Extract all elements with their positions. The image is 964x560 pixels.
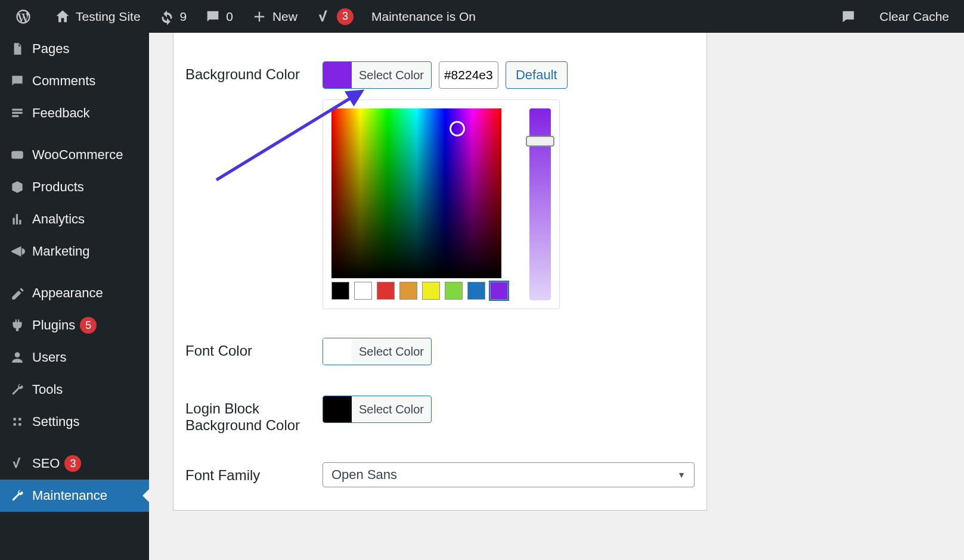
sidebar-item-label: Feedback [32, 105, 90, 121]
color-picker-slider[interactable] [529, 108, 551, 300]
analytics-icon [8, 211, 26, 227]
font-family-value: Open Sans [331, 467, 397, 483]
color-picker-square[interactable] [331, 108, 501, 278]
sidebar-item-maintenance[interactable]: Maintenance [0, 480, 149, 512]
products-icon [8, 179, 26, 195]
color-picker-popup [323, 99, 560, 309]
sidebar-item-label: Marketing [32, 244, 90, 259]
maintenance-status-label: Maintenance is On [371, 10, 476, 24]
sidebar-item-appearance[interactable]: Appearance [0, 277, 149, 309]
yoast-icon [315, 8, 332, 25]
maintenance-icon [8, 488, 26, 503]
background-color-hex-input[interactable] [439, 61, 498, 89]
seo-count-badge: 3 [64, 455, 81, 472]
preset-blue[interactable] [467, 282, 485, 300]
wordpress-logo[interactable] [6, 0, 45, 33]
clear-cache-link[interactable]: Clear Cache [870, 0, 958, 33]
sidebar-item-marketing[interactable]: Marketing [0, 235, 149, 267]
sidebar-item-users[interactable]: Users [0, 341, 149, 374]
wordpress-icon [15, 8, 32, 25]
sidebar-item-label: Tools [32, 382, 63, 397]
background-color-swatch [323, 62, 352, 88]
sidebar-item-label: WooCommerce [32, 147, 123, 163]
sidebar-item-analytics[interactable]: Analytics [0, 203, 149, 235]
font-color-swatch [323, 338, 352, 365]
notifications-link[interactable] [831, 0, 870, 33]
field-label-login-block-bg: Login Block Background Color [185, 384, 323, 450]
field-label-font-family: Font Family [185, 450, 323, 504]
marketing-icon [8, 244, 26, 259]
sidebar-item-label: Comments [32, 73, 95, 89]
tools-icon [8, 382, 26, 397]
sidebar-item-products[interactable]: Products [0, 171, 149, 203]
sidebar-item-label: Users [32, 350, 66, 365]
login-block-bg-select-button[interactable]: Select Color [323, 396, 432, 423]
comments-icon [8, 73, 26, 89]
font-family-select[interactable]: Open Sans ▼ [323, 462, 695, 487]
sidebar-item-label: Analytics [32, 211, 85, 227]
sidebar-separator [0, 438, 149, 447]
font-color-select-button[interactable]: Select Color [323, 338, 432, 365]
background-color-select-button[interactable]: Select Color [323, 61, 432, 89]
sidebar-separator [0, 267, 149, 277]
sidebar-item-settings[interactable]: Settings [0, 406, 149, 438]
color-picker-cursor [450, 121, 465, 136]
field-label-font-color: Font Color [185, 326, 323, 384]
preset-purple[interactable] [490, 282, 508, 300]
preset-white[interactable] [354, 282, 372, 300]
woocommerce-icon [8, 147, 26, 163]
preset-black[interactable] [331, 282, 349, 300]
chevron-down-icon: ▼ [677, 470, 686, 480]
chat-icon [840, 8, 857, 25]
preset-yellow[interactable] [422, 282, 440, 300]
sidebar-item-comments[interactable]: Comments [0, 65, 149, 97]
select-color-label: Select Color [352, 62, 431, 88]
yoast-link[interactable]: 3 [306, 0, 362, 33]
plugins-icon [8, 318, 26, 333]
sidebar-item-label: Products [32, 179, 84, 195]
sidebar-item-woocommerce[interactable]: WooCommerce [0, 139, 149, 171]
sidebar-item-label: Maintenance [32, 488, 107, 503]
pages-icon [8, 41, 26, 57]
sidebar-item-plugins[interactable]: Plugins 5 [0, 309, 149, 341]
settings-icon [8, 414, 26, 430]
maintenance-status-link[interactable]: Maintenance is On [362, 0, 485, 33]
comments-link[interactable]: 0 [196, 0, 242, 33]
site-title-link[interactable]: Testing Site [45, 0, 150, 33]
preset-green[interactable] [445, 282, 463, 300]
yoast-count-badge: 3 [337, 8, 354, 25]
sidebar-item-tools[interactable]: Tools [0, 374, 149, 406]
new-label: New [272, 10, 297, 24]
maintenance-settings-form: Background Color Select Color Default [173, 33, 707, 511]
new-content-link[interactable]: New [242, 0, 306, 33]
sidebar-item-label: Appearance [32, 285, 103, 301]
sidebar-item-label: Pages [32, 41, 69, 57]
site-title: Testing Site [76, 10, 141, 24]
svg-rect-0 [11, 151, 23, 159]
preset-orange[interactable] [399, 282, 417, 300]
preset-red[interactable] [377, 282, 395, 300]
comments-icon [204, 8, 221, 25]
sidebar-item-label: Plugins [32, 318, 75, 333]
slider-handle[interactable] [526, 136, 554, 147]
clear-cache-label: Clear Cache [879, 10, 949, 24]
sidebar-item-label: Settings [32, 414, 80, 430]
seo-icon [8, 456, 26, 471]
sidebar-item-label: SEO [32, 456, 60, 471]
sidebar-item-seo[interactable]: SEO 3 [0, 447, 149, 480]
settings-content: Background Color Select Color Default [149, 33, 964, 560]
background-color-default-button[interactable]: Default [506, 61, 568, 89]
sidebar-item-pages[interactable]: Pages [0, 33, 149, 65]
select-color-label: Select Color [352, 338, 431, 365]
sidebar-separator [0, 129, 149, 139]
select-color-label: Select Color [352, 396, 431, 422]
users-icon [8, 350, 26, 365]
admin-sidebar: Pages Comments Feedback WooCommerce Prod… [0, 33, 149, 560]
field-label-background-color: Background Color [185, 49, 323, 326]
updates-icon [159, 8, 175, 25]
login-block-bg-swatch [323, 396, 352, 422]
plugins-count-badge: 5 [80, 317, 97, 334]
sidebar-item-feedback[interactable]: Feedback [0, 97, 149, 129]
comments-count: 0 [226, 10, 233, 24]
updates-link[interactable]: 9 [150, 0, 196, 33]
